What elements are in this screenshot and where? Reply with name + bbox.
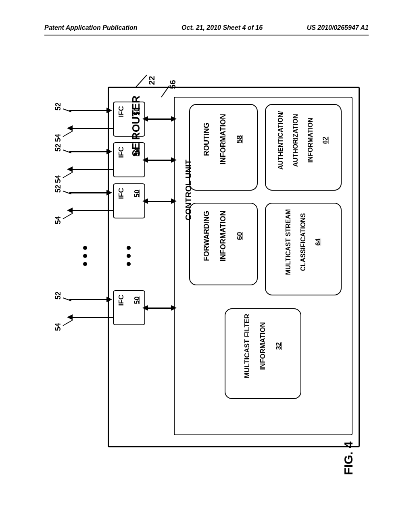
ifcn-out-arrow	[73, 317, 113, 318]
arrow-head-icon	[67, 166, 73, 172]
ifc2-out-leader	[63, 172, 73, 178]
ifc2-cu-arrow	[145, 160, 174, 161]
arrow-head-icon	[171, 157, 177, 163]
arrow-head-icon	[106, 108, 112, 113]
forwarding-text: FORWARDING INFORMATION 60	[194, 211, 253, 278]
routing-line2: INFORMATION	[219, 114, 227, 165]
arrow-head-icon	[106, 190, 112, 195]
ifc-box-3: IFC 50	[113, 183, 145, 218]
figure: SE ROUTER 22 CONTROL UNIT 56 ROUTING INF…	[45, 64, 368, 482]
ifc-box-2: IFC 50	[113, 142, 145, 177]
ifc3-in-arrow	[69, 192, 110, 193]
routing-line1: ROUTING	[202, 123, 211, 156]
arrow-head-icon	[67, 125, 73, 131]
arrow-head-icon	[67, 314, 73, 320]
ifc1-cu-arrow	[145, 118, 174, 120]
ifc1-out-ref: 54	[54, 134, 63, 142]
mfilter-text: MULTICAST FILTER INFORMATION 32	[236, 314, 291, 394]
mfilter-box: MULTICAST FILTER INFORMATION 32	[225, 308, 301, 399]
routing-ref: 58	[236, 135, 244, 143]
arrow-head-icon	[142, 116, 148, 122]
auth-info-box: AUTHENTICATION/ AUTHORIZATION INFORMATIO…	[265, 104, 342, 191]
ifc-1-ref: 50	[133, 108, 141, 115]
dot-icon	[83, 262, 87, 266]
ifc1-out-arrow	[73, 128, 113, 129]
mfilter-line1: MULTICAST FILTER	[243, 314, 251, 378]
router-ref-leader	[136, 75, 147, 87]
ifc-ellipsis	[127, 246, 131, 266]
ifcn-out-ref: 54	[54, 323, 63, 331]
mstream-line2: CLASSIFICATIONS	[300, 213, 307, 271]
ifc2-in-arrow	[69, 151, 110, 152]
ifcn-out-leader	[63, 320, 73, 326]
ifc3-cu-arrow	[145, 201, 174, 202]
mfilter-line2: INFORMATION	[259, 322, 267, 370]
arrow-head-icon	[67, 208, 73, 213]
auth-text: AUTHENTICATION/ AUTHORIZATION INFORMATIO…	[270, 111, 337, 183]
ifc2-in-ref: 52	[54, 143, 63, 152]
header-left: Patent Application Publication	[44, 24, 138, 31]
ifc-1-label: IFC	[117, 106, 125, 117]
arrow-head-icon	[171, 116, 177, 122]
ifc-2-label: IFC	[117, 147, 125, 158]
arrow-head-icon	[142, 305, 148, 311]
forward-line2: INFORMATION	[219, 211, 227, 262]
ifc-box-n: IFC 50	[113, 290, 145, 325]
forwarding-info-box: FORWARDING INFORMATION 60	[189, 203, 258, 285]
page: Patent Application Publication Oct. 21, …	[0, 0, 413, 532]
header-rule	[44, 35, 369, 35]
arrow-head-icon	[171, 198, 177, 204]
ifc3-out-ref: 54	[54, 216, 63, 224]
ifc3-out-leader	[63, 213, 73, 219]
ifcn-cu-arrow	[145, 308, 174, 309]
arrow-head-icon	[142, 198, 148, 204]
ifc-2-ref: 50	[133, 148, 141, 156]
ifc-n-label: IFC	[117, 295, 125, 305]
header-center: Oct. 21, 2010 Sheet 4 of 16	[181, 24, 263, 31]
dot-icon	[127, 262, 131, 266]
arrow-head-icon	[106, 149, 112, 154]
ifc1-in-ref: 52	[54, 102, 63, 110]
ifc1-in-arrow	[69, 110, 110, 111]
ifc2-out-arrow	[73, 169, 113, 170]
ifc-3-ref: 50	[133, 189, 141, 197]
ifc-3-label: IFC	[117, 188, 125, 199]
dot-icon	[83, 254, 87, 258]
arrow-head-icon	[106, 297, 112, 302]
header-right: US 2010/0265947 A1	[307, 24, 369, 31]
auth-line2: AUTHORIZATION	[292, 114, 299, 166]
arrow-head-icon	[171, 305, 177, 311]
ext-ellipsis	[83, 246, 87, 266]
dot-icon	[83, 246, 87, 250]
mstream-ref: 64	[315, 238, 321, 245]
routing-info-box: ROUTING INFORMATION 58	[189, 104, 258, 191]
mstream-box: MULTICAST STREAM CLASSIFICATIONS 64	[265, 203, 342, 295]
ifc-box-1: IFC 50	[113, 102, 145, 137]
auth-line1: AUTHENTICATION/	[277, 111, 284, 169]
ifc3-in-ref: 52	[54, 185, 63, 193]
ifc3-out-arrow	[73, 210, 113, 211]
router-ref: 22	[147, 76, 156, 85]
control-unit-ref: 56	[168, 80, 177, 89]
forward-ref: 60	[236, 232, 244, 240]
dot-icon	[127, 246, 131, 250]
ifc2-out-ref: 54	[54, 175, 63, 183]
auth-ref: 62	[322, 137, 329, 144]
dot-icon	[127, 254, 131, 258]
ifcn-in-ref: 52	[54, 291, 63, 299]
ifc1-out-leader	[63, 131, 73, 137]
forward-line1: FORWARDING	[202, 211, 211, 261]
ifcn-in-arrow	[69, 299, 110, 300]
figure-label: FIG. 4	[342, 441, 355, 475]
arrow-head-icon	[142, 157, 148, 163]
routing-info-text: ROUTING INFORMATION 58	[194, 114, 253, 181]
auth-line3: INFORMATION	[307, 118, 314, 163]
page-header: Patent Application Publication Oct. 21, …	[0, 24, 413, 31]
mfilter-ref: 32	[275, 342, 282, 350]
mstream-text: MULTICAST STREAM CLASSIFICATIONS 64	[277, 209, 330, 289]
mstream-line1: MULTICAST STREAM	[285, 209, 292, 275]
ifc-n-ref: 50	[133, 296, 141, 304]
